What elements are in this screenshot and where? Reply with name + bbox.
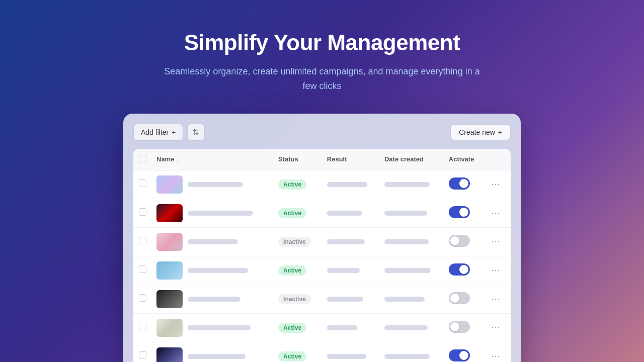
row-more-cell: ··· <box>484 313 511 342</box>
sort-button[interactable]: ⇅ <box>187 124 205 141</box>
toggle-knob <box>459 208 468 217</box>
row-checkbox[interactable] <box>139 208 146 216</box>
campaign-thumbnail <box>156 261 183 280</box>
row-name-cell <box>151 170 273 199</box>
campaign-thumbnail <box>156 175 183 194</box>
row-status-cell: Active <box>273 199 322 227</box>
campaign-name-placeholder <box>188 211 253 216</box>
date-placeholder <box>384 268 431 273</box>
row-activate-cell <box>444 285 485 313</box>
row-more-cell: ··· <box>484 170 511 199</box>
row-activate-cell <box>444 313 485 342</box>
status-badge: Active <box>278 351 306 361</box>
add-filter-button[interactable]: Add filter + <box>133 124 183 141</box>
name-cell-content <box>156 319 268 337</box>
status-badge: Active <box>278 265 306 276</box>
row-activate-cell <box>444 256 485 285</box>
header-date-col: Date created <box>379 149 444 170</box>
name-sort-icon: ↓ <box>176 156 179 162</box>
result-placeholder <box>327 297 363 302</box>
status-badge: Inactive <box>278 294 311 304</box>
add-filter-icon: + <box>172 128 176 136</box>
activate-toggle[interactable] <box>449 292 470 304</box>
campaign-thumbnail <box>156 233 183 251</box>
campaign-name-placeholder <box>188 239 238 244</box>
header-more-col <box>484 149 511 170</box>
header-result-col: Result <box>322 149 379 170</box>
result-placeholder <box>327 211 362 216</box>
date-placeholder <box>384 182 430 187</box>
more-options-button[interactable]: ··· <box>489 178 502 191</box>
activate-toggle[interactable] <box>449 321 470 333</box>
campaigns-table: Name ↓ Status Result Date created Activa… <box>133 149 511 362</box>
date-placeholder <box>384 354 430 359</box>
toolbar: Add filter + ⇅ Create new + <box>133 124 511 141</box>
create-new-button[interactable]: Create new + <box>450 124 511 140</box>
table-row: Inactive ··· <box>133 285 511 313</box>
activate-toggle[interactable] <box>449 235 470 247</box>
row-checkbox-cell <box>133 170 151 199</box>
row-checkbox-cell <box>133 313 151 342</box>
more-options-button[interactable]: ··· <box>489 235 502 248</box>
row-status-cell: Inactive <box>273 285 322 313</box>
row-status-cell: Active <box>273 342 322 362</box>
row-checkbox-cell <box>133 199 151 227</box>
row-checkbox-cell <box>133 285 151 313</box>
row-checkbox-cell <box>133 256 151 285</box>
activate-toggle[interactable] <box>449 206 470 218</box>
more-options-button[interactable]: ··· <box>489 264 502 277</box>
header-checkbox-col <box>133 149 151 170</box>
name-cell-content <box>156 233 268 251</box>
campaign-name-placeholder <box>188 182 243 187</box>
name-sort-control[interactable]: Name ↓ <box>156 155 268 163</box>
result-placeholder <box>327 239 365 244</box>
more-options-button[interactable]: ··· <box>489 207 502 219</box>
toggle-knob <box>450 294 459 303</box>
row-activate-cell <box>444 227 485 256</box>
toggle-knob <box>459 265 468 274</box>
campaign-name-placeholder <box>188 297 240 302</box>
row-activate-cell <box>444 199 485 227</box>
select-all-checkbox[interactable] <box>139 155 146 162</box>
row-activate-cell <box>444 342 485 362</box>
activate-toggle[interactable] <box>449 263 470 276</box>
more-options-button[interactable]: ··· <box>489 350 502 362</box>
name-cell-content <box>156 290 268 308</box>
more-options-button[interactable]: ··· <box>489 321 502 334</box>
result-placeholder <box>327 354 366 359</box>
name-cell-content <box>156 175 268 194</box>
create-new-label: Create new <box>459 128 495 136</box>
row-date-cell <box>379 256 444 285</box>
table-row: Active ··· <box>133 256 511 285</box>
status-badge: Active <box>278 179 306 190</box>
row-result-cell <box>322 227 379 256</box>
row-checkbox[interactable] <box>139 237 146 244</box>
hero-subtitle: Seamlessly organize, create unlimited ca… <box>161 64 483 94</box>
row-checkbox-cell <box>133 227 151 256</box>
name-col-label: Name <box>156 155 174 163</box>
row-checkbox[interactable] <box>139 294 146 302</box>
row-result-cell <box>322 313 379 342</box>
row-more-cell: ··· <box>484 285 511 313</box>
campaign-name-placeholder <box>188 268 248 273</box>
row-status-cell: Inactive <box>273 227 322 256</box>
row-date-cell <box>379 285 444 313</box>
more-options-button[interactable]: ··· <box>489 293 502 305</box>
table-row: Active ··· <box>133 170 511 199</box>
main-card: Add filter + ⇅ Create new + Name <box>123 114 521 362</box>
row-status-cell: Active <box>273 170 322 199</box>
header-name-col: Name ↓ <box>151 149 273 170</box>
row-result-cell <box>322 199 379 227</box>
activate-toggle[interactable] <box>449 177 470 190</box>
status-badge: Inactive <box>278 237 311 247</box>
row-checkbox[interactable] <box>139 179 146 187</box>
activate-toggle[interactable] <box>449 349 470 361</box>
row-date-cell <box>379 227 444 256</box>
add-filter-label: Add filter <box>141 128 169 136</box>
row-activate-cell <box>444 170 485 199</box>
row-checkbox[interactable] <box>139 265 146 273</box>
row-date-cell <box>379 199 444 227</box>
row-more-cell: ··· <box>484 199 511 227</box>
row-checkbox[interactable] <box>139 323 146 330</box>
row-checkbox[interactable] <box>139 351 146 359</box>
